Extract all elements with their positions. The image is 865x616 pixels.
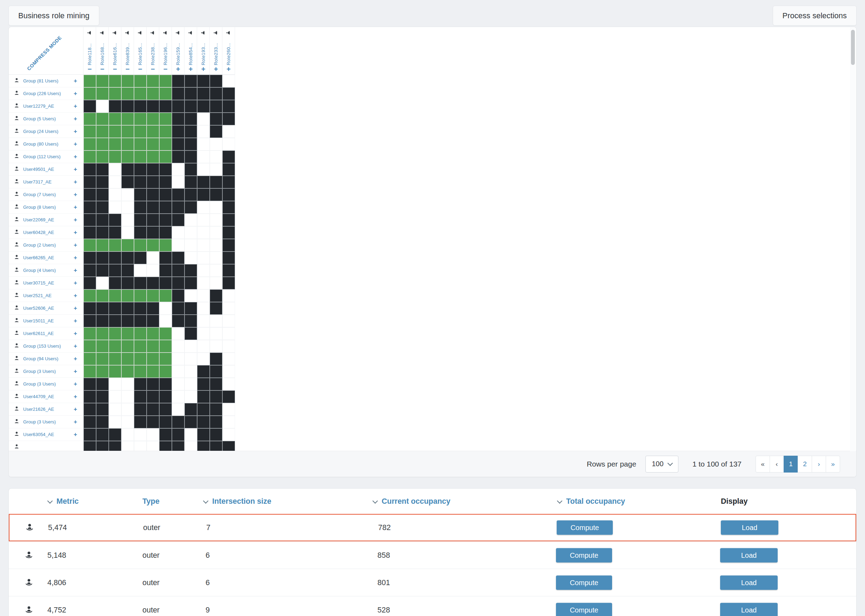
collapse-minus-icon[interactable]: − [138, 66, 143, 72]
matrix-cell[interactable] [185, 302, 197, 315]
expand-plus-icon[interactable]: + [74, 393, 77, 400]
matrix-cell[interactable] [172, 201, 185, 214]
matrix-cell[interactable] [109, 416, 121, 428]
role-column-label[interactable]: Role839... [125, 38, 130, 65]
matrix-cell[interactable] [109, 251, 121, 264]
matrix-cell[interactable] [83, 163, 96, 176]
matrix-cell[interactable] [197, 378, 210, 390]
matrix-cell[interactable] [210, 251, 222, 264]
expand-plus-icon[interactable]: + [74, 343, 77, 350]
expand-plus-icon[interactable]: + [74, 141, 77, 148]
matrix-cell[interactable] [109, 441, 121, 451]
matrix-cell[interactable] [159, 416, 172, 428]
expand-plus-icon[interactable]: + [176, 66, 180, 72]
matrix-cell[interactable] [83, 302, 96, 315]
row-entity-link[interactable]: User63054_AE [23, 432, 74, 437]
matrix-cell[interactable] [197, 251, 210, 264]
matrix-cell[interactable] [185, 264, 197, 277]
role-column-label[interactable]: Role159... [175, 38, 181, 65]
matrix-cell[interactable] [134, 214, 147, 226]
matrix-cell[interactable] [222, 189, 235, 201]
matrix-cell[interactable] [121, 151, 134, 163]
matrix-cell[interactable] [96, 403, 109, 416]
matrix-cell[interactable] [83, 226, 96, 239]
rows-per-page-select[interactable]: 100 [645, 456, 678, 473]
matrix-cell[interactable] [222, 100, 235, 113]
prev-page-button[interactable]: ‹ [769, 456, 784, 473]
matrix-cell[interactable] [121, 176, 134, 189]
matrix-cell[interactable] [134, 189, 147, 201]
matrix-cell[interactable] [109, 189, 121, 201]
last-page-button[interactable]: » [826, 456, 840, 473]
matrix-cell[interactable] [222, 340, 235, 352]
matrix-cell[interactable] [222, 226, 235, 239]
matrix-cell[interactable] [134, 378, 147, 390]
matrix-cell[interactable] [172, 264, 185, 277]
matrix-cell[interactable] [222, 163, 235, 176]
matrix-cell[interactable] [210, 151, 222, 163]
matrix-cell[interactable] [222, 302, 235, 315]
matrix-cell[interactable] [197, 327, 210, 340]
matrix-cell[interactable] [197, 416, 210, 428]
matrix-cell[interactable] [109, 340, 121, 352]
matrix-cell[interactable] [210, 264, 222, 277]
matrix-cell[interactable] [210, 100, 222, 113]
row-entity-link[interactable]: User12279_AE [23, 104, 74, 109]
matrix-cell[interactable] [185, 214, 197, 226]
matrix-cell[interactable] [222, 365, 235, 378]
matrix-cell[interactable] [83, 100, 96, 113]
matrix-cell[interactable] [121, 365, 134, 378]
matrix-cell[interactable] [222, 378, 235, 390]
matrix-cell[interactable] [172, 416, 185, 428]
matrix-cell[interactable] [134, 176, 147, 189]
matrix-cell[interactable] [121, 138, 134, 151]
matrix-cell[interactable] [83, 125, 96, 138]
matrix-cell[interactable] [96, 365, 109, 378]
matrix-cell[interactable] [172, 125, 185, 138]
matrix-cell[interactable] [210, 416, 222, 428]
matrix-cell[interactable] [185, 113, 197, 125]
matrix-cell[interactable] [159, 239, 172, 251]
matrix-cell[interactable] [210, 289, 222, 302]
row-entity-link[interactable]: Group (112 Users) [23, 154, 74, 159]
matrix-cell[interactable] [197, 289, 210, 302]
matrix-cell[interactable] [96, 239, 109, 251]
compute-button[interactable]: Compute [556, 603, 612, 616]
column-header-type[interactable]: Type [143, 497, 160, 506]
matrix-cell[interactable] [172, 176, 185, 189]
matrix-cell[interactable] [134, 251, 147, 264]
expand-plus-icon[interactable]: + [74, 242, 77, 249]
matrix-cell[interactable] [96, 226, 109, 239]
matrix-cell[interactable] [159, 201, 172, 214]
matrix-cell[interactable] [210, 239, 222, 251]
matrix-cell[interactable] [222, 416, 235, 428]
matrix-cell[interactable] [83, 239, 96, 251]
matrix-cell[interactable] [172, 302, 185, 315]
matrix-cell[interactable] [147, 87, 159, 100]
matrix-cell[interactable] [222, 113, 235, 125]
matrix-cell[interactable] [172, 151, 185, 163]
matrix-cell[interactable] [210, 403, 222, 416]
matrix-cell[interactable] [147, 416, 159, 428]
matrix-cell[interactable] [109, 239, 121, 251]
matrix-cell[interactable] [159, 441, 172, 451]
matrix-cell[interactable] [121, 327, 134, 340]
matrix-cell[interactable] [147, 125, 159, 138]
page-2-button[interactable]: 2 [797, 456, 812, 473]
matrix-cell[interactable] [185, 87, 197, 100]
matrix-cell[interactable] [159, 113, 172, 125]
matrix-cell[interactable] [121, 226, 134, 239]
matrix-cell[interactable] [210, 113, 222, 125]
expand-plus-icon[interactable]: + [74, 103, 77, 110]
matrix-cell[interactable] [121, 416, 134, 428]
matrix-cell[interactable] [83, 352, 96, 365]
scrollbar-thumb[interactable] [851, 30, 855, 65]
matrix-cell[interactable] [222, 315, 235, 327]
matrix-cell[interactable] [109, 428, 121, 441]
matrix-cell[interactable] [134, 315, 147, 327]
matrix-cell[interactable] [134, 151, 147, 163]
matrix-cell[interactable] [121, 340, 134, 352]
matrix-cell[interactable] [134, 403, 147, 416]
matrix-cell[interactable] [210, 226, 222, 239]
matrix-cell[interactable] [134, 289, 147, 302]
